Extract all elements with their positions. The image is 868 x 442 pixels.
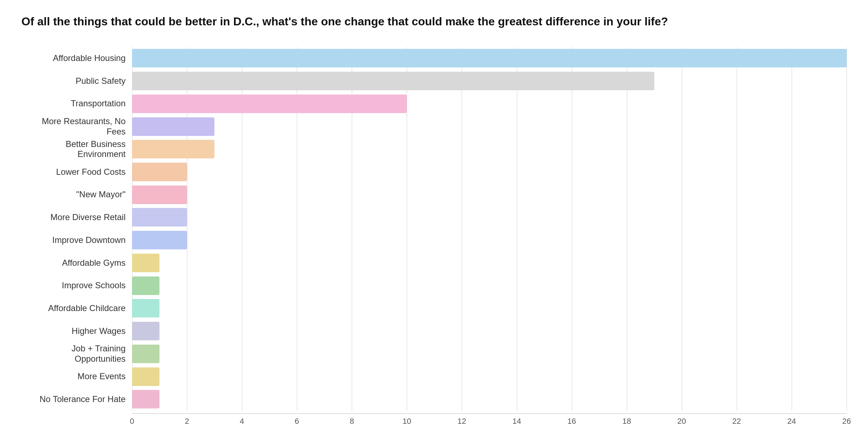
x-tick: 22: [732, 417, 741, 426]
bar-row: Affordable Gyms: [21, 252, 847, 274]
bar-fill: [132, 163, 187, 181]
bar-label: Affordable Childcare: [21, 303, 132, 314]
bar-track: [132, 138, 847, 161]
bar-track: [132, 297, 847, 320]
bars-area: Affordable HousingPublic SafetyTransport…: [21, 47, 847, 411]
x-tick: 8: [350, 417, 354, 426]
bar-row: Job + Training Opportunities: [21, 342, 847, 365]
bar-track: [132, 388, 847, 411]
bar-row: More Events: [21, 365, 847, 388]
bar-fill: [132, 254, 159, 272]
bar-track: [132, 47, 847, 70]
bar-track: [132, 365, 847, 388]
bar-label: Transportation: [21, 98, 132, 109]
chart-container: Of all the things that could be better i…: [21, 14, 847, 428]
bar-track: [132, 92, 847, 115]
x-tick: 12: [457, 417, 466, 426]
bar-label: Higher Wages: [21, 326, 132, 336]
x-axis: 02468101214161820222426: [132, 413, 847, 428]
x-tick: 20: [677, 417, 686, 426]
bar-row: More Restaurants, No Fees: [21, 115, 847, 138]
bar-label: Affordable Housing: [21, 53, 132, 63]
bar-fill: [132, 276, 159, 295]
bar-fill: [132, 390, 159, 408]
bar-label: Lower Food Costs: [21, 167, 132, 177]
bar-row: Transportation: [21, 92, 847, 115]
bar-row: Higher Wages: [21, 320, 847, 342]
bar-label: More Diverse Retail: [21, 212, 132, 223]
bar-fill: [132, 95, 407, 113]
bar-track: [132, 206, 847, 229]
x-tick: 24: [787, 417, 796, 426]
x-tick: 18: [622, 417, 631, 426]
bar-fill: [132, 322, 159, 340]
bar-fill: [132, 49, 847, 67]
bar-fill: [132, 117, 214, 136]
bar-label: Improve Schools: [21, 280, 132, 291]
x-tick: 2: [185, 417, 189, 426]
bar-label: More Restaurants, No Fees: [21, 116, 132, 137]
bar-row: "New Mayor": [21, 183, 847, 206]
bar-label: "New Mayor": [21, 189, 132, 200]
bar-label: No Tolerance For Hate: [21, 394, 132, 405]
bar-label: Better Business Environment: [21, 139, 132, 160]
bar-fill: [132, 231, 187, 249]
chart-title: Of all the things that could be better i…: [21, 14, 847, 29]
bar-track: [132, 274, 847, 297]
bar-track: [132, 320, 847, 342]
x-tick: 26: [842, 417, 851, 426]
bar-track: [132, 252, 847, 274]
x-tick: 0: [130, 417, 134, 426]
bar-fill: [132, 186, 187, 204]
x-tick: 4: [240, 417, 244, 426]
x-tick: 6: [295, 417, 299, 426]
bar-row: Better Business Environment: [21, 138, 847, 161]
bar-label: Affordable Gyms: [21, 258, 132, 268]
bar-label: Improve Downtown: [21, 235, 132, 245]
x-tick: 16: [567, 417, 576, 426]
bar-label: Job + Training Opportunities: [21, 344, 132, 364]
bar-track: [132, 70, 847, 92]
bar-label: Public Safety: [21, 76, 132, 86]
bar-fill: [132, 140, 214, 158]
grid-line: [847, 47, 847, 411]
x-tick: 14: [512, 417, 521, 426]
x-tick: 10: [402, 417, 411, 426]
bar-label: More Events: [21, 371, 132, 382]
bar-fill: [132, 345, 159, 363]
bar-row: No Tolerance For Hate: [21, 388, 847, 411]
bar-row: Lower Food Costs: [21, 161, 847, 183]
bar-track: [132, 342, 847, 365]
chart-body: Affordable HousingPublic SafetyTransport…: [21, 47, 847, 428]
bar-fill: [132, 208, 187, 227]
bar-fill: [132, 72, 654, 90]
bar-fill: [132, 367, 159, 386]
bar-row: Affordable Housing: [21, 47, 847, 70]
bar-track: [132, 183, 847, 206]
bar-row: Improve Downtown: [21, 229, 847, 252]
bar-row: Affordable Childcare: [21, 297, 847, 320]
bar-track: [132, 229, 847, 252]
bar-fill: [132, 299, 159, 317]
bar-row: Improve Schools: [21, 274, 847, 297]
bar-track: [132, 161, 847, 183]
bar-row: More Diverse Retail: [21, 206, 847, 229]
bar-track: [132, 115, 847, 138]
bar-row: Public Safety: [21, 70, 847, 92]
